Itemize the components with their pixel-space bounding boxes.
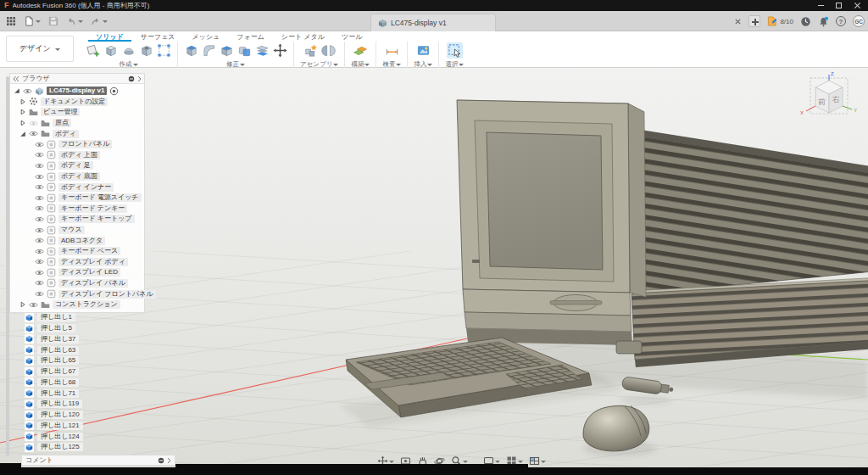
visibility-eye-icon[interactable] (23, 87, 32, 95)
feature-row[interactable]: 押し出し5 (25, 323, 83, 334)
visibility-eye-icon[interactable] (35, 151, 44, 159)
visibility-eye-icon[interactable] (35, 183, 44, 191)
feature-row[interactable]: 押し出し37 (25, 334, 83, 345)
panel-options-icon[interactable] (158, 457, 164, 464)
extrude-icon[interactable] (103, 43, 118, 58)
visibility-eye-icon[interactable] (35, 173, 44, 181)
save-quota-badge[interactable]: 8/10 (767, 16, 793, 26)
workspace-selector[interactable]: デザイン (6, 36, 74, 62)
job-status-clock-icon[interactable] (800, 16, 811, 27)
redo-button[interactable] (91, 16, 108, 26)
insert-canvas-icon[interactable] (416, 43, 431, 58)
help-button[interactable]: ? (836, 16, 846, 26)
close-button[interactable] (854, 2, 861, 9)
feature-row[interactable]: 押し出し65 (25, 355, 83, 366)
select-icon[interactable] (448, 43, 462, 58)
file-menu-button[interactable] (24, 16, 41, 26)
visibility-eye-icon[interactable] (35, 162, 44, 170)
minimize-button[interactable] (818, 5, 824, 6)
notifications-bell-icon[interactable] (818, 16, 829, 27)
tab-solid[interactable]: ソリッド (88, 31, 131, 42)
revolve-icon[interactable] (121, 43, 136, 58)
expanded-triangle-icon[interactable] (14, 87, 20, 94)
feature-row[interactable]: 押し出し124 (25, 431, 83, 442)
feature-row[interactable]: 押し出し119 (25, 399, 83, 410)
visibility-eye-icon[interactable] (29, 301, 38, 309)
feature-row[interactable]: 押し出し120 (25, 410, 83, 421)
feature-row[interactable]: 押し出し67 (25, 366, 83, 377)
joint-icon[interactable] (321, 43, 336, 58)
body-row[interactable]: キーボード ベース (35, 246, 142, 257)
mouse[interactable] (583, 405, 649, 451)
document-tab[interactable]: LC475-display v1 (370, 14, 496, 31)
panel-options-icon[interactable] (128, 75, 135, 82)
feature-row[interactable]: 押し出し125 (25, 442, 83, 453)
measure-icon[interactable] (385, 43, 399, 58)
body-row[interactable]: キーボード 電源スイッチ (35, 193, 142, 204)
browser-item-construction[interactable]: コンストラクション (19, 299, 142, 310)
comments-panel[interactable]: コメント (21, 455, 175, 466)
body-row[interactable]: ディスプレイ ボディ (35, 257, 142, 268)
visibility-eye-icon[interactable] (35, 248, 44, 255)
tab-tools[interactable]: ツール (334, 31, 370, 42)
body-row[interactable]: キーボード キートップ (35, 214, 142, 225)
feature-row[interactable]: 押し出し68 (25, 377, 83, 388)
maximize-button[interactable] (836, 3, 842, 8)
body-row[interactable]: ディスプレイ パネル (35, 278, 142, 289)
browser-item-bodies-folder[interactable]: ボディ (19, 128, 142, 139)
body-row[interactable]: キーボード テンキー (35, 204, 142, 215)
tab-form[interactable]: フォーム (229, 31, 272, 42)
shell-icon[interactable] (220, 43, 234, 58)
app-grid-icon[interactable] (6, 16, 16, 26)
create-sketch-icon[interactable] (86, 43, 100, 58)
activate-component-icon[interactable] (109, 87, 119, 96)
lc-case[interactable] (632, 276, 868, 367)
body-row[interactable]: ディスプレイ フロントパネル (35, 288, 142, 299)
body-row[interactable]: ディスプレイ LED (35, 267, 142, 278)
collapsed-triangle-icon[interactable] (19, 301, 26, 308)
body-row[interactable]: ADBコネクタ (35, 235, 142, 246)
visibility-eye-icon[interactable] (35, 258, 44, 265)
body-row[interactable]: マウス (35, 225, 142, 236)
new-tab-button[interactable] (748, 15, 760, 27)
expanded-triangle-icon[interactable] (19, 131, 26, 137)
visibility-eye-icon[interactable] (35, 279, 44, 287)
offset-face-icon[interactable] (255, 43, 270, 58)
undo-button[interactable] (66, 16, 83, 26)
collapsed-triangle-icon[interactable] (19, 98, 26, 105)
body-row[interactable]: ボディ インナー (35, 182, 142, 193)
user-avatar[interactable]: GC (853, 15, 865, 27)
construction-plane-icon[interactable] (353, 43, 368, 58)
body-row[interactable]: フロントパネル (35, 139, 142, 150)
visibility-eye-icon[interactable] (35, 194, 44, 202)
viewports-icon[interactable] (529, 455, 546, 467)
visibility-eye-icon[interactable] (35, 226, 44, 234)
visibility-eye-icon[interactable] (35, 290, 44, 298)
browser-item-document-settings[interactable]: ドキュメントの設定 (19, 97, 142, 108)
feature-row[interactable]: 押し出し1 (25, 312, 83, 323)
collapsed-triangle-icon[interactable] (19, 109, 26, 115)
tab-sheet-metal[interactable]: シート メタル (274, 31, 332, 42)
panel-chevron-icon[interactable] (167, 457, 171, 464)
view-cube[interactable]: 前 右 Z X Y (797, 70, 860, 129)
fillet-icon[interactable] (202, 43, 216, 58)
visibility-eye-icon[interactable] (35, 215, 44, 223)
browser-item-origin[interactable]: 原点 (19, 118, 142, 129)
tab-mesh[interactable]: メッシュ (185, 31, 228, 42)
collapsed-triangle-icon[interactable] (19, 120, 26, 126)
move-copy-icon[interactable] (273, 43, 287, 58)
visibility-eye-icon[interactable] (35, 269, 44, 277)
save-icon[interactable] (48, 16, 58, 26)
monitor[interactable] (457, 100, 646, 354)
browser-item-named-views[interactable]: ビュー管理 (19, 107, 142, 118)
panel-chevron-icon[interactable] (137, 75, 142, 82)
tab-surface[interactable]: サーフェス (133, 31, 183, 42)
feature-row[interactable]: 押し出し63 (25, 344, 83, 355)
body-row[interactable]: ボディ 上面 (35, 150, 142, 161)
browser-root-row[interactable]: LC475-display v1 (14, 86, 142, 97)
visibility-eye-icon[interactable] (29, 130, 38, 137)
visibility-eye-icon[interactable] (35, 237, 44, 244)
collapse-panel-icon[interactable] (13, 75, 19, 82)
viewport-canvas[interactable]: ブラウザ LC475-display v1 ドキュメントの設定 (0, 68, 868, 475)
feature-row[interactable]: 押し出し121 (25, 421, 83, 432)
